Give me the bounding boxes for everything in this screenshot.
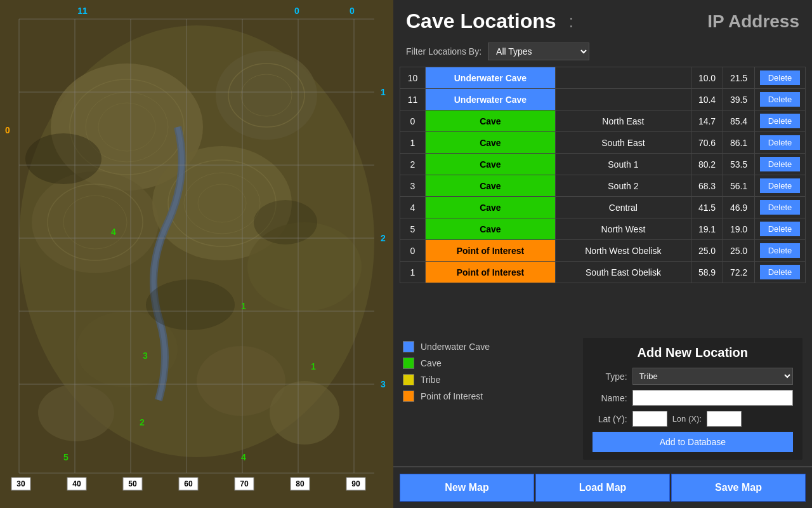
row-delete-cell: Delete bbox=[755, 262, 806, 283]
svg-point-10 bbox=[270, 381, 339, 444]
svg-text:0: 0 bbox=[350, 6, 355, 16]
filter-select[interactable]: All Types Cave Underwater Cave Point of … bbox=[488, 43, 589, 60]
add-form-title: Add New Location bbox=[593, 345, 793, 360]
name-row: Name: bbox=[593, 390, 793, 406]
row-lon: 72.2 bbox=[723, 262, 755, 283]
lon-label: Lon (X): bbox=[672, 414, 702, 424]
row-id: 10 bbox=[400, 67, 426, 89]
row-lat: 25.0 bbox=[691, 240, 723, 262]
svg-text:3: 3 bbox=[381, 379, 386, 389]
svg-text:4: 4 bbox=[241, 452, 246, 462]
row-type: Cave bbox=[426, 197, 556, 218]
lat-label: Lat (Y): bbox=[593, 414, 627, 424]
row-delete-cell: Delete bbox=[755, 154, 806, 175]
row-name: Central bbox=[555, 197, 691, 218]
name-label: Name: bbox=[593, 393, 627, 403]
table-row: 2 Cave South 1 80.2 53.5 Delete bbox=[400, 154, 806, 175]
add-to-database-button[interactable]: Add to Database bbox=[593, 432, 793, 452]
delete-button[interactable]: Delete bbox=[760, 265, 800, 279]
svg-text:1: 1 bbox=[311, 361, 316, 371]
row-delete-cell: Delete bbox=[755, 89, 806, 110]
row-type: Point of Interest bbox=[426, 240, 556, 262]
row-lat: 10.4 bbox=[691, 89, 723, 110]
type-label: Type: bbox=[593, 371, 627, 382]
row-id: 2 bbox=[400, 154, 426, 175]
row-lon: 86.1 bbox=[723, 132, 755, 154]
row-type: Cave bbox=[426, 175, 556, 197]
table-scroll[interactable]: 10 Underwater Cave 10.0 21.5 Delete 11 U… bbox=[400, 67, 806, 302]
svg-point-21 bbox=[25, 133, 102, 184]
row-lat: 68.3 bbox=[691, 175, 723, 197]
row-lon: 56.1 bbox=[723, 175, 755, 197]
locations-table: 10 Underwater Cave 10.0 21.5 Delete 11 U… bbox=[400, 67, 806, 283]
save-map-button[interactable]: Save Map bbox=[671, 474, 806, 502]
legend-item: Cave bbox=[403, 358, 570, 369]
filter-label: Filter Locations By: bbox=[406, 46, 481, 57]
row-name: North East bbox=[555, 110, 691, 132]
row-id: 4 bbox=[400, 197, 426, 218]
svg-text:1: 1 bbox=[381, 87, 386, 97]
row-lat: 19.1 bbox=[691, 218, 723, 240]
lat-input[interactable] bbox=[632, 411, 667, 427]
row-delete-cell: Delete bbox=[755, 132, 806, 154]
table-row: 1 Cave South East 70.6 86.1 Delete bbox=[400, 132, 806, 154]
row-lat: 58.9 bbox=[691, 262, 723, 283]
legend-color-box bbox=[403, 358, 414, 369]
legend-color-box bbox=[403, 391, 414, 402]
bottom-section: Underwater Cave Cave Tribe Point of Inte… bbox=[393, 331, 812, 466]
type-row: Type: Tribe Cave Underwater Cave Point o… bbox=[593, 368, 793, 385]
row-name: South East bbox=[555, 132, 691, 154]
delete-button[interactable]: Delete bbox=[760, 70, 800, 85]
svg-text:5: 5 bbox=[63, 452, 69, 462]
svg-text:3: 3 bbox=[143, 351, 148, 361]
load-map-button[interactable]: Load Map bbox=[535, 474, 670, 502]
row-name: South East Obelisk bbox=[555, 262, 691, 283]
legend-label: Point of Interest bbox=[421, 391, 483, 401]
svg-point-3 bbox=[216, 51, 317, 140]
row-type: Cave bbox=[426, 132, 556, 154]
row-id: 3 bbox=[400, 175, 426, 197]
row-delete-cell: Delete bbox=[755, 240, 806, 262]
svg-text:1: 1 bbox=[241, 301, 246, 311]
right-panel: Cave Locations : IP Address Filter Locat… bbox=[393, 0, 812, 508]
type-select[interactable]: Tribe Cave Underwater Cave Point of Inte… bbox=[632, 368, 793, 385]
map-panel: 0 11 0 1 2 3 0 4 1 3 1 2 5 4 30 40 50 60 bbox=[0, 0, 393, 508]
legend-item: Point of Interest bbox=[403, 391, 570, 402]
table-row: 1 Point of Interest South East Obelisk 5… bbox=[400, 262, 806, 283]
delete-button[interactable]: Delete bbox=[760, 92, 800, 107]
row-lon: 19.0 bbox=[723, 218, 755, 240]
ip-address: IP Address bbox=[707, 11, 799, 32]
row-id: 1 bbox=[400, 132, 426, 154]
delete-button[interactable]: Delete bbox=[760, 222, 800, 236]
legend-label: Tribe bbox=[421, 375, 440, 385]
delete-button[interactable]: Delete bbox=[760, 157, 800, 171]
table-row: 5 Cave North West 19.1 19.0 Delete bbox=[400, 218, 806, 240]
row-lat: 10.0 bbox=[691, 67, 723, 89]
delete-button[interactable]: Delete bbox=[760, 178, 800, 193]
delete-button[interactable]: Delete bbox=[760, 135, 800, 150]
delete-button[interactable]: Delete bbox=[760, 200, 800, 215]
delete-button[interactable]: Delete bbox=[760, 114, 800, 128]
new-map-button[interactable]: New Map bbox=[400, 474, 534, 502]
svg-text:30: 30 bbox=[16, 479, 25, 488]
legend-item: Tribe bbox=[403, 374, 570, 385]
svg-point-4 bbox=[32, 171, 159, 273]
row-id: 0 bbox=[400, 110, 426, 132]
svg-text:11: 11 bbox=[77, 6, 88, 16]
row-lon: 21.5 bbox=[723, 67, 755, 89]
legend: Underwater Cave Cave Tribe Point of Inte… bbox=[403, 338, 570, 460]
delete-button[interactable]: Delete bbox=[760, 243, 800, 258]
row-type: Cave bbox=[426, 218, 556, 240]
row-lat: 80.2 bbox=[691, 154, 723, 175]
row-type: Point of Interest bbox=[426, 262, 556, 283]
svg-text:40: 40 bbox=[72, 479, 81, 488]
row-id: 0 bbox=[400, 240, 426, 262]
lon-input[interactable] bbox=[707, 411, 742, 427]
table-row: 4 Cave Central 41.5 46.9 Delete bbox=[400, 197, 806, 218]
row-name: North West Obelisk bbox=[555, 240, 691, 262]
svg-text:80: 80 bbox=[296, 479, 304, 488]
svg-text:0: 0 bbox=[294, 6, 299, 16]
name-input[interactable] bbox=[632, 390, 793, 406]
row-type: Underwater Cave bbox=[426, 67, 556, 89]
table-container: 10 Underwater Cave 10.0 21.5 Delete 11 U… bbox=[400, 67, 806, 331]
